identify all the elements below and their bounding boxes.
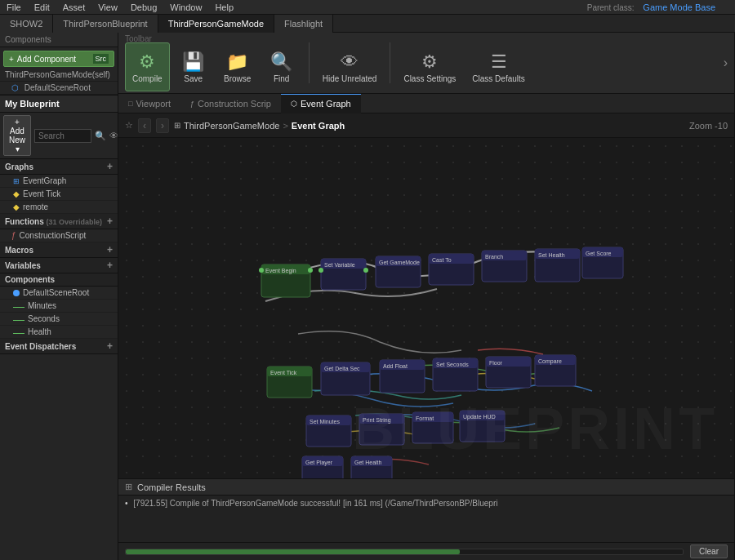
browse-button[interactable]: 📁 Browse: [217, 42, 258, 91]
menu-window[interactable]: Window: [163, 2, 208, 12]
svg-text:Floor: Floor: [489, 360, 503, 366]
svg-text:Format: Format: [416, 416, 434, 421]
functions-label: Functions (31 Overridable): [5, 217, 102, 226]
tab-bar: SHOW2 ThirdPersonBlueprint ThirdPersonGa…: [0, 15, 735, 33]
tab-construction-script[interactable]: ƒ Construction Scrip: [180, 94, 281, 113]
remote-item[interactable]: ◆ remote: [0, 201, 118, 214]
components-mb-label: Components: [5, 275, 55, 284]
default-scene-root-label: DefaultSceneRoot: [23, 288, 89, 297]
event-dispatchers-header[interactable]: Event Dispatchers +: [0, 339, 118, 354]
event-dispatchers-add-icon[interactable]: +: [107, 340, 113, 352]
graphs-add-icon[interactable]: +: [107, 161, 113, 172]
functions-add-icon[interactable]: +: [107, 216, 113, 227]
compiler-content: • [7921.55] Compile of ThirdPersonGameMo…: [118, 496, 734, 542]
graphs-section-header[interactable]: Graphs +: [0, 159, 118, 175]
construction-script-label: ConstructionScript: [20, 231, 87, 240]
breadcrumb: ⊞ ThirdPersonGameMode > Event Graph: [174, 121, 345, 131]
save-icon: 💾: [182, 51, 204, 73]
menu-bar: File Edit Asset View Debug Window Help P…: [0, 0, 735, 15]
add-component-button[interactable]: + Add Component Src: [3, 51, 114, 67]
health-component[interactable]: — Health: [0, 326, 118, 339]
breadcrumb-separator: >: [283, 121, 287, 131]
search-icon[interactable]: 🔍: [95, 131, 106, 141]
health-label: Health: [28, 327, 51, 336]
add-new-button[interactable]: + Add New ▾: [3, 115, 31, 156]
sidebar: Components + Add Component Src ThirdPers…: [0, 33, 118, 560]
find-icon: 🔍: [270, 51, 292, 73]
compiler-panel-icon: ⊞: [125, 482, 132, 492]
macros-section-header[interactable]: Macros +: [0, 242, 118, 258]
svg-text:Set Health: Set Health: [538, 252, 565, 258]
svg-text:Compare: Compare: [538, 358, 562, 365]
svg-text:Get Score: Get Score: [586, 251, 612, 256]
menu-debug[interactable]: Debug: [124, 2, 163, 12]
plus-icon: +: [9, 55, 14, 64]
event-tick-item[interactable]: ◆ Event Tick: [0, 188, 118, 201]
svg-text:Cast To: Cast To: [432, 257, 452, 263]
default-scene-root-component[interactable]: DefaultSceneRoot: [0, 287, 118, 300]
tab-viewport[interactable]: □ Viewport: [118, 94, 180, 113]
event-tick-label: Event Tick: [23, 189, 60, 198]
tab-flashlight[interactable]: Flashlight: [274, 15, 333, 33]
event-graph-item[interactable]: ⊞ EventGraph: [0, 175, 118, 188]
menu-help[interactable]: Help: [208, 2, 240, 12]
components-my-blueprint-header[interactable]: Components: [0, 273, 118, 287]
zoom-label: Zoom -10: [689, 121, 728, 131]
blueprint-canvas[interactable]: Event Begin Set Variable Get GameMode Ca…: [118, 138, 734, 478]
tab-gamemode[interactable]: ThirdPersonGameMode: [158, 15, 274, 33]
find-button[interactable]: 🔍 Find: [261, 42, 302, 91]
eye-icon[interactable]: 👁: [109, 131, 118, 140]
menu-edit[interactable]: Edit: [28, 2, 56, 12]
svg-point-58: [308, 268, 313, 273]
progress-bar-container: [125, 549, 684, 555]
viewport-label: Viewport: [136, 94, 171, 113]
construction-script-item[interactable]: ƒ ConstructionScript: [0, 229, 118, 242]
seconds-component[interactable]: — Seconds: [0, 313, 118, 326]
main-layout: Components + Add Component Src ThirdPers…: [0, 33, 735, 560]
svg-text:Get Health: Get Health: [354, 460, 382, 465]
compiler-bottom: Clear: [118, 542, 734, 560]
class-defaults-button[interactable]: ☰ Class Defaults: [466, 42, 531, 91]
menu-view[interactable]: View: [91, 2, 124, 12]
tab-blueprint[interactable]: ThirdPersonBlueprint: [53, 15, 158, 33]
sub-tabs: □ Viewport ƒ Construction Scrip ⬡ Event …: [118, 94, 734, 113]
class-settings-button[interactable]: ⚙ Class Settings: [397, 42, 462, 91]
expand-toolbar-button[interactable]: ›: [724, 56, 728, 70]
toolbar-divider-1: [309, 42, 310, 83]
macros-add-icon[interactable]: +: [107, 244, 113, 256]
default-scene-root-item[interactable]: ⬡ DefaultSceneRoot: [0, 82, 118, 95]
log-text: [7921.55] Compile of ThirdPersonGameMode…: [133, 499, 497, 508]
add-component-label: Add Component: [17, 55, 76, 64]
variables-add-icon[interactable]: +: [107, 260, 113, 271]
class-defaults-label: Class Defaults: [472, 74, 524, 83]
toolbar-divider-2: [390, 42, 390, 83]
minutes-component[interactable]: — Minutes: [0, 300, 118, 313]
tab-event-graph[interactable]: ⬡ Event Graph: [281, 94, 361, 113]
hide-unrelated-button[interactable]: 👁 Hide Unrelated: [316, 42, 384, 91]
self-node: ThirdPersonGameMode(self): [0, 69, 118, 82]
menu-asset[interactable]: Asset: [56, 2, 92, 12]
functions-section-header[interactable]: Functions (31 Overridable) +: [0, 214, 118, 229]
scene-icon: ⬡: [11, 83, 19, 92]
event-graph-tab-icon: ⬡: [291, 94, 297, 113]
compile-button[interactable]: ⚙ Compile: [125, 42, 170, 91]
tab-show2[interactable]: SHOW2: [0, 15, 53, 33]
back-button[interactable]: ‹: [138, 118, 151, 133]
dropdown-icon: Src: [93, 54, 109, 64]
compile-label: Compile: [132, 74, 163, 83]
construction-label: Construction Scrip: [198, 94, 271, 113]
compile-icon: ⚙: [139, 51, 155, 73]
clear-button[interactable]: Clear: [690, 544, 728, 558]
progress-bar-fill: [126, 549, 460, 554]
save-label: Save: [184, 74, 203, 83]
menu-file[interactable]: File: [0, 2, 28, 12]
svg-text:Set Variable: Set Variable: [324, 262, 355, 268]
variables-section-header[interactable]: Variables +: [0, 258, 118, 273]
save-button[interactable]: 💾 Save: [173, 42, 214, 91]
default-scene-label: DefaultSceneRoot: [24, 83, 91, 92]
blueprint-search-input[interactable]: [34, 129, 91, 143]
log-line: • [7921.55] Compile of ThirdPersonGameMo…: [125, 499, 728, 508]
star-icon[interactable]: ☆: [125, 120, 133, 131]
svg-text:Update HUD: Update HUD: [463, 414, 496, 420]
forward-button[interactable]: ›: [156, 118, 169, 133]
